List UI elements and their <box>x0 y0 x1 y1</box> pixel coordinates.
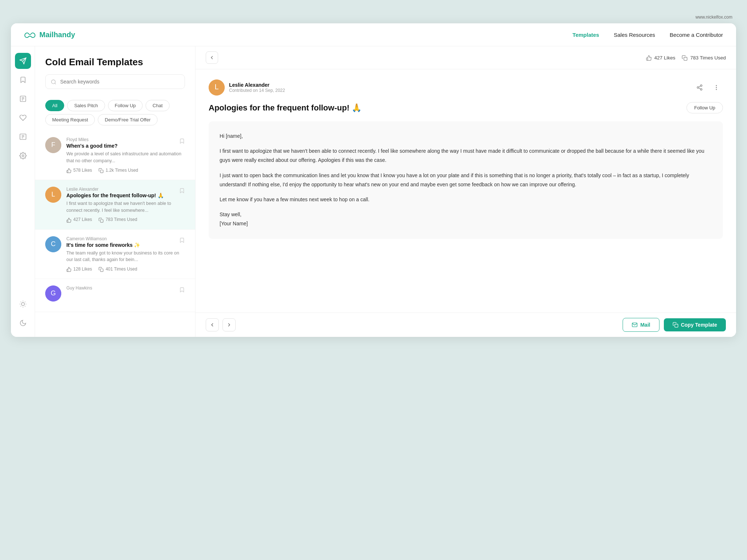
sidebar-item-favorite[interactable] <box>15 110 31 126</box>
next-button[interactable] <box>222 318 236 331</box>
search-input[interactable] <box>60 79 179 85</box>
template-stats: 578 Likes 1.2k Times Used <box>66 167 185 173</box>
filter-sales-pitch[interactable]: Sales Pitch <box>67 100 105 111</box>
left-panel-header: Cold Email Templates <box>35 46 195 95</box>
contributor-avatar: L <box>209 79 225 96</box>
svg-point-43 <box>716 89 717 90</box>
main-nav: Templates Sales Resources Become a Contr… <box>573 32 723 38</box>
nav-templates[interactable]: Templates <box>573 32 599 38</box>
contributor-name: Leslie Alexander <box>229 82 285 88</box>
thumbs-up-icon <box>66 217 71 222</box>
filter-tags: All Sales Pitch Follow Up Chat Meeting R… <box>35 95 195 131</box>
template-title: When's a good time? <box>66 143 185 149</box>
logo-icon <box>24 30 36 39</box>
template-subject-line: Apologies for the frequent follow-up! 🙏 … <box>209 102 723 113</box>
template-title: Apologies for the frequent follow-up! 🙏 <box>66 192 185 198</box>
left-panel: Cold Email Templates All Sales Pitch Fol… <box>35 46 196 337</box>
template-author: Leslie Alexander <box>66 187 185 192</box>
more-options-button[interactable] <box>710 81 723 94</box>
svg-point-38 <box>700 89 702 90</box>
body-line-2: I first want to apologize that we haven'… <box>220 147 712 165</box>
svg-text:L: L <box>51 191 55 198</box>
svg-point-41 <box>716 85 717 86</box>
mail-button[interactable]: Mail <box>623 318 659 332</box>
nav-sales-resources[interactable]: Sales Resources <box>614 32 655 38</box>
template-item[interactable]: G Guy Hawkins <box>35 279 195 312</box>
bookmark-button[interactable] <box>179 187 185 194</box>
thumbs-up-icon <box>66 167 71 173</box>
sidebar-bottom <box>15 296 31 337</box>
search-icon <box>51 78 57 85</box>
svg-point-20 <box>51 80 55 84</box>
copy-icon <box>682 54 688 61</box>
template-preview: The team really got to know your busines… <box>66 250 185 264</box>
sidebar-item-send[interactable] <box>15 53 31 69</box>
right-panel: 427 Likes 783 Times Used L <box>196 46 736 337</box>
template-content: Guy Hawkins <box>66 285 185 291</box>
nav-arrows <box>206 318 236 331</box>
back-button[interactable] <box>206 51 218 64</box>
template-content: Leslie Alexander Apologies for the frequ… <box>66 187 185 223</box>
likes-stat: 578 Likes <box>66 167 92 173</box>
svg-rect-33 <box>684 57 687 61</box>
template-item[interactable]: L Leslie Alexander Apologies for the fre… <box>35 180 195 230</box>
svg-rect-44 <box>675 324 678 327</box>
template-item[interactable]: F Floyd Miles When's a good time? We pro… <box>35 131 195 180</box>
template-author: Floyd Miles <box>66 137 185 142</box>
likes-count: 427 Likes <box>654 55 676 61</box>
content-area: L Leslie Alexander Contributed on 14 Sep… <box>196 69 736 312</box>
sidebar-item-document[interactable] <box>15 91 31 107</box>
filter-chat[interactable]: Chat <box>146 100 169 111</box>
template-preview: We provide a level of sales infrastructu… <box>66 151 185 164</box>
avatar: F <box>45 137 61 153</box>
share-button[interactable] <box>693 81 706 94</box>
header: Mailhandy Templates Sales Resources Beco… <box>11 23 736 46</box>
svg-point-10 <box>22 155 24 157</box>
logo-text: Mailhandy <box>39 31 75 39</box>
copy-template-button[interactable]: Copy Template <box>664 318 726 331</box>
nav-become-contributor[interactable]: Become a Contributor <box>670 32 723 38</box>
body-line-4: Let me know if you have a few minutes ne… <box>220 195 712 204</box>
svg-line-21 <box>55 83 56 84</box>
contributor-info: L Leslie Alexander Contributed on 14 Sep… <box>209 79 723 96</box>
sidebar-item-list[interactable] <box>15 129 31 145</box>
svg-text:C: C <box>51 240 56 248</box>
filter-demo[interactable]: Demo/Free Trial Offer <box>98 114 157 125</box>
prev-button[interactable] <box>206 318 219 331</box>
template-author: Cameron Williamson <box>66 236 185 241</box>
template-item[interactable]: C Cameron Williamson It's time for some … <box>35 230 195 279</box>
body-line-5: Stay well,[Your Name] <box>220 210 712 228</box>
likes-stat: 427 Likes <box>66 217 92 222</box>
bookmark-button[interactable] <box>179 137 185 145</box>
used-stat: 783 Times Used <box>98 217 137 222</box>
filter-follow-up[interactable]: Follow Up <box>108 100 143 111</box>
thumbs-up-icon <box>66 266 71 272</box>
template-stats: 128 Likes 401 Times Used <box>66 266 185 272</box>
svg-point-42 <box>716 87 717 88</box>
bookmark-button[interactable] <box>179 285 185 293</box>
topbar-stats: 427 Likes 783 Times Used <box>646 54 726 61</box>
sidebar-item-moon[interactable] <box>15 315 31 331</box>
svg-text:F: F <box>51 141 55 148</box>
svg-text:G: G <box>51 289 56 297</box>
topbar-likes: 427 Likes <box>646 54 676 61</box>
copy-icon <box>98 167 104 173</box>
svg-point-11 <box>21 303 24 306</box>
sidebar <box>11 46 35 337</box>
search-box <box>45 74 185 89</box>
sidebar-item-sun[interactable] <box>15 296 31 312</box>
used-stat: 1.2k Times Used <box>98 167 138 173</box>
sidebar-item-settings[interactable] <box>15 148 31 164</box>
topbar-used: 783 Times Used <box>682 54 726 61</box>
sidebar-item-bookmark[interactable] <box>15 72 31 88</box>
body-line-1: Hi [name], <box>220 132 712 141</box>
filter-meeting-request[interactable]: Meeting Request <box>45 114 95 125</box>
page-title: Cold Email Templates <box>45 57 185 68</box>
svg-point-37 <box>697 87 699 89</box>
svg-point-36 <box>700 85 702 87</box>
avatar: L <box>45 187 61 203</box>
bookmark-button[interactable] <box>179 236 185 244</box>
svg-rect-30 <box>101 269 104 272</box>
filter-all[interactable]: All <box>45 100 64 111</box>
copy-icon <box>98 217 104 222</box>
